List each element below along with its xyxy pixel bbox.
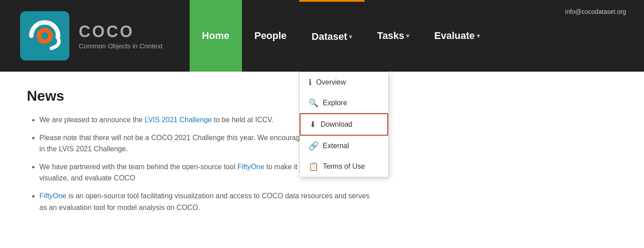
main-nav: Home People Dataset ▾ ℹ Overview 🔍 Explo… xyxy=(190,0,626,72)
logo-title: COCO xyxy=(79,22,163,41)
evaluate-arrow-icon: ▾ xyxy=(477,32,480,39)
dropdown-download[interactable]: ⬇ Download xyxy=(300,113,388,136)
nav-dataset-wrapper: Dataset ▾ ℹ Overview 🔍 Explore ⬇ Downloa… xyxy=(299,0,364,72)
dropdown-explore[interactable]: 🔍 Explore xyxy=(300,93,388,113)
nav-tasks[interactable]: Tasks ▾ xyxy=(364,0,422,72)
download-icon: ⬇ xyxy=(309,120,316,129)
fiftyone-link-1[interactable]: FiftyOne xyxy=(237,163,264,171)
dropdown-overview[interactable]: ℹ Overview xyxy=(300,72,388,93)
logo-icon xyxy=(18,9,72,63)
external-icon: 🔗 xyxy=(309,141,318,151)
list-item: FiftyOne is an open-source tool facilita… xyxy=(39,190,376,213)
header: COCO Common Objects in Context Home Peop… xyxy=(0,0,644,72)
search-icon: 🔍 xyxy=(309,98,318,108)
logo-area: COCO Common Objects in Context xyxy=(18,9,163,63)
terms-icon: 📋 xyxy=(309,162,318,171)
dropdown-terms[interactable]: 📋 Terms of Use xyxy=(300,156,388,177)
logo-subtitle: Common Objects in Context xyxy=(79,42,163,50)
nav-dataset[interactable]: Dataset ▾ xyxy=(299,0,364,72)
tasks-arrow-icon: ▾ xyxy=(406,32,409,39)
dataset-arrow-icon: ▾ xyxy=(349,33,352,40)
info-icon: ℹ xyxy=(309,77,312,87)
fiftyone-link-2[interactable]: FiftyOne xyxy=(39,192,66,200)
dropdown-external[interactable]: 🔗 External xyxy=(300,136,388,156)
nav-home[interactable]: Home xyxy=(190,0,242,72)
lvis-challenge-link[interactable]: LVIS 2021 Challenge xyxy=(144,116,212,124)
logo-text: COCO Common Objects in Context xyxy=(79,22,163,50)
dataset-dropdown: ℹ Overview 🔍 Explore ⬇ Download 🔗 Extern… xyxy=(299,72,389,177)
svg-point-2 xyxy=(41,32,48,39)
nav-evaluate[interactable]: Evaluate ▾ xyxy=(422,0,492,72)
header-email: info@cocodataset.org xyxy=(565,8,626,15)
nav-people[interactable]: People xyxy=(242,0,299,72)
